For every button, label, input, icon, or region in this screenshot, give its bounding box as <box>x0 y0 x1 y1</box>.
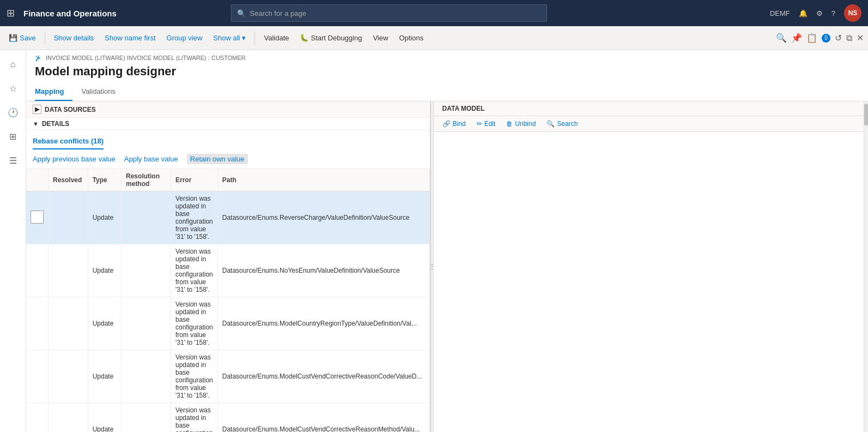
edit-button[interactable]: ✏ Edit <box>472 118 500 129</box>
col-header-check <box>26 169 48 191</box>
unbind-button[interactable]: 🗑 Unbind <box>502 118 540 129</box>
row-resolved <box>48 191 88 244</box>
validate-button[interactable]: Validate <box>259 32 293 44</box>
search-icon-btn: 🔍 <box>547 120 555 128</box>
search-icon: 🔍 <box>237 9 246 17</box>
action-bar: Apply previous base value Apply base val… <box>26 149 430 169</box>
apply-base-value-link[interactable]: Apply base value <box>124 155 178 163</box>
expand-icon[interactable]: ▶ <box>33 105 41 114</box>
table-row[interactable]: UpdateVersion was updated in base config… <box>26 297 429 350</box>
col-header-resolved: Resolved <box>48 169 88 191</box>
breadcrumb: INVOICE MODEL (LITWARE) INVOICE MODEL (L… <box>46 55 246 61</box>
retain-own-value-link[interactable]: Retain own value <box>187 154 248 164</box>
col-header-type: Type <box>88 169 121 191</box>
row-type: Update <box>88 191 121 244</box>
right-icons: DEMF 🔔 ⚙ ? NS <box>770 4 861 22</box>
details-label: DETAILS <box>42 120 69 128</box>
top-nav: ⊞ Finance and Operations 🔍 Search for a … <box>0 0 868 26</box>
apply-previous-base-value-link[interactable]: Apply previous base value <box>33 155 116 163</box>
collapse-icon[interactable]: ▼ <box>33 121 39 127</box>
dropdown-icon: ▾ <box>242 34 246 42</box>
row-method <box>122 191 171 244</box>
row-resolved <box>48 297 88 350</box>
main-layout: ⌂ ☆ 🕐 ⊞ ☰ ⊁ INVOICE MODEL (LITWARE) INVO… <box>0 50 868 432</box>
show-details-button[interactable]: Show details <box>50 32 99 44</box>
table-row[interactable]: UpdateVersion was updated in base config… <box>26 244 429 297</box>
sidebar-item-list[interactable]: ☰ <box>3 151 23 170</box>
tab-validations[interactable]: Validations <box>81 83 124 101</box>
data-model-toolbar: 🔗 Bind ✏ Edit 🗑 Unbind 🔍 Search <box>434 116 864 132</box>
settings-icon[interactable]: ⚙ <box>816 9 823 17</box>
data-model-header: DATA MODEL <box>434 101 864 116</box>
data-sources-section: ▶ DATA SOURCES <box>26 101 430 118</box>
toolbar-window-icon[interactable]: ⧉ <box>846 33 852 43</box>
toolbar-refresh-icon[interactable]: ↺ <box>835 33 842 43</box>
avatar[interactable]: NS <box>844 4 861 22</box>
left-panel: ▶ DATA SOURCES ▼ DETAILS Rebase conflict… <box>26 101 430 432</box>
row-resolved <box>48 244 88 297</box>
debug-icon: 🐛 <box>300 34 308 42</box>
toolbar-close-icon[interactable]: ✕ <box>857 33 864 43</box>
filter-icon[interactable]: ⊁ <box>35 53 41 62</box>
unbind-icon: 🗑 <box>506 120 513 128</box>
show-name-first-button[interactable]: Show name first <box>100 32 160 44</box>
table-row[interactable]: UpdateVersion was updated in base config… <box>26 350 429 403</box>
row-type: Update <box>88 297 121 350</box>
edit-icon: ✏ <box>477 120 482 128</box>
separator2 <box>254 32 255 45</box>
search-button[interactable]: 🔍 Search <box>542 118 582 129</box>
sidebar-item-home[interactable]: ⌂ <box>3 55 23 74</box>
sidebar-item-favorites[interactable]: ☆ <box>3 79 23 98</box>
row-check-cell <box>26 297 48 350</box>
grid-icon[interactable]: ⊞ <box>7 7 15 19</box>
start-debugging-button[interactable]: 🐛 Start Debugging <box>295 32 366 44</box>
rebase-conflicts-tab[interactable]: Rebase conflicts (18) <box>33 135 104 149</box>
show-all-button[interactable]: Show all ▾ <box>209 32 250 44</box>
user-code: DEMF <box>770 9 790 17</box>
separator <box>45 32 45 45</box>
conflicts-table: Resolved Type Resolution method Error Pa… <box>26 169 430 432</box>
save-icon: 💾 <box>9 34 17 42</box>
right-scrollbar[interactable] <box>864 101 868 432</box>
table-row[interactable]: UpdateVersion was updated in base config… <box>26 403 429 433</box>
row-check-cell <box>26 244 48 297</box>
toolbar-pin-icon[interactable]: 📌 <box>791 33 802 43</box>
tab-mapping[interactable]: Mapping <box>35 83 72 101</box>
save-button[interactable]: 💾 Save <box>4 32 40 44</box>
row-method <box>122 244 171 297</box>
row-check-cell <box>26 191 48 244</box>
col-header-method: Resolution method <box>122 169 171 191</box>
sidebar-item-workspaces[interactable]: ⊞ <box>3 127 23 146</box>
bind-button[interactable]: 🔗 Bind <box>438 118 470 129</box>
right-panel: DATA MODEL 🔗 Bind ✏ Edit 🗑 Unbind <box>434 101 864 432</box>
table-row[interactable]: UpdateVersion was updated in base config… <box>26 191 429 244</box>
app-title: Finance and Operations <box>23 9 117 18</box>
row-method <box>122 403 171 433</box>
view-button[interactable]: View <box>368 32 392 44</box>
toolbar-badge: 0 <box>822 34 830 43</box>
toolbar-expand-icon[interactable]: 📋 <box>806 33 817 43</box>
toolbar-search-icon[interactable]: 🔍 <box>776 33 787 43</box>
conflicts-table-wrapper[interactable]: Resolved Type Resolution method Error Pa… <box>26 169 430 432</box>
content-area: ⊁ INVOICE MODEL (LITWARE) INVOICE MODEL … <box>26 50 868 432</box>
row-type: Update <box>88 350 121 403</box>
data-sources-label: DATA SOURCES <box>45 106 96 113</box>
help-icon[interactable]: ? <box>831 9 835 17</box>
split-content: ▶ DATA SOURCES ▼ DETAILS Rebase conflict… <box>26 101 868 432</box>
row-error: Version was updated in base configuratio… <box>171 191 218 244</box>
search-bar[interactable]: 🔍 Search for a page <box>231 4 547 22</box>
scrollbar-thumb[interactable] <box>864 104 868 125</box>
row-error: Version was updated in base configuratio… <box>171 350 218 403</box>
sidebar-item-recent[interactable]: 🕐 <box>3 103 23 122</box>
row-checkbox[interactable] <box>31 211 44 224</box>
row-type: Update <box>88 244 121 297</box>
group-view-button[interactable]: Group view <box>162 32 207 44</box>
col-header-error: Error <box>171 169 218 191</box>
row-path: Datasource/Enums.ReverseCharge/ValueDefi… <box>217 191 429 244</box>
notification-icon[interactable]: 🔔 <box>799 9 808 17</box>
page-title: Model mapping designer <box>26 62 868 83</box>
options-button[interactable]: Options <box>394 32 428 44</box>
row-error: Version was updated in base configuratio… <box>171 244 218 297</box>
row-check-cell <box>26 350 48 403</box>
col-header-path: Path <box>217 169 429 191</box>
